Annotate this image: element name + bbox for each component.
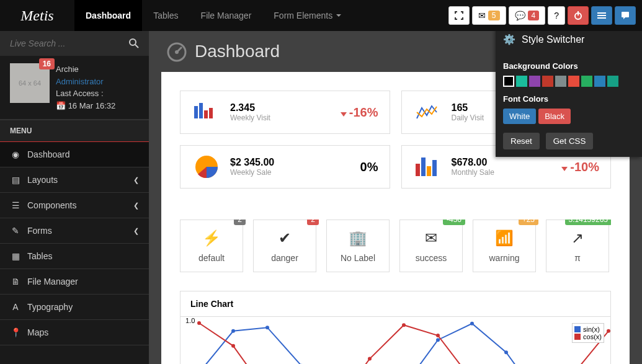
- svg-rect-15: [432, 160, 437, 176]
- check-icon: ✔: [279, 229, 291, 247]
- stat-label: Weekly Visit: [230, 113, 332, 122]
- svg-point-35: [368, 357, 372, 361]
- stat-icon: [413, 100, 443, 125]
- forms-icon: ✎: [10, 226, 21, 236]
- nav-form-elements[interactable]: Form Elements: [262, 0, 352, 31]
- sidebar-item-dashboard[interactable]: ◉Dashboard: [0, 142, 149, 167]
- color-swatch[interactable]: [529, 76, 540, 87]
- components-icon: ☰: [10, 200, 21, 210]
- color-swatch[interactable]: [568, 76, 579, 87]
- svg-point-30: [197, 321, 201, 325]
- sidebar-item-file-manager[interactable]: 🗎File Manager: [0, 269, 149, 295]
- reset-button[interactable]: Reset: [503, 133, 540, 149]
- sidebar-item-typography[interactable]: ATypography: [0, 295, 149, 320]
- svg-rect-8: [199, 103, 203, 118]
- color-swatch[interactable]: [516, 76, 527, 87]
- calendar-icon: 📅: [56, 101, 68, 110]
- sidebar-item-label: Components: [27, 200, 76, 210]
- chevron-left-icon: ❮: [133, 176, 139, 184]
- help-button[interactable]: ?: [548, 6, 565, 25]
- user-name: Archie: [56, 63, 115, 76]
- line-chart: 1.0 sin(x) cos(x): [181, 317, 610, 364]
- tile-π[interactable]: ↗π3.14159265: [546, 220, 609, 272]
- tile-no-label[interactable]: 🏢No Label: [326, 220, 390, 272]
- switcher-title: Style Switcher: [522, 34, 584, 45]
- stat-delta: 0%: [360, 160, 378, 174]
- tile-label: warning: [489, 253, 519, 263]
- stat-delta: -16%: [341, 105, 378, 120]
- sidebar-item-maps[interactable]: 📍Maps: [0, 320, 149, 345]
- stat-icon: [192, 100, 221, 125]
- svg-point-6: [175, 50, 179, 54]
- menu-header: MENU: [0, 120, 149, 142]
- typo-icon: A: [10, 302, 21, 312]
- color-swatch[interactable]: [542, 76, 553, 87]
- sidebar-item-tables[interactable]: ▦Tables: [0, 244, 149, 269]
- search-icon[interactable]: [129, 38, 139, 48]
- sidebar-item-layouts[interactable]: ▤Layouts❮: [0, 167, 149, 193]
- gear-icon[interactable]: ⚙️: [503, 33, 515, 45]
- color-swatch[interactable]: [555, 76, 566, 87]
- mail-button[interactable]: ✉5: [472, 6, 506, 25]
- color-swatch[interactable]: [607, 76, 618, 87]
- search-input[interactable]: [10, 38, 129, 48]
- sidebar-item-label: Typography: [27, 302, 73, 312]
- stat-label: Weekly Sale: [230, 168, 352, 177]
- tile-label: success: [416, 253, 447, 263]
- sidebar-item-label: Dashboard: [27, 149, 70, 159]
- tables-icon: ▦: [10, 251, 21, 261]
- tile-badge: 2: [234, 220, 246, 225]
- svg-point-18: [231, 329, 235, 333]
- list-button[interactable]: [591, 6, 612, 25]
- mail-badge: 5: [488, 11, 500, 20]
- sidebar-item-components[interactable]: ☰Components❮: [0, 193, 149, 218]
- svg-point-26: [504, 350, 508, 354]
- ext-icon: ↗: [571, 229, 584, 247]
- color-swatch[interactable]: [594, 76, 605, 87]
- tile-warning[interactable]: 📶warning+25: [473, 220, 536, 272]
- svg-rect-10: [209, 108, 213, 118]
- svg-point-19: [265, 326, 269, 329]
- chat-button[interactable]: 💬4: [509, 6, 546, 25]
- dashboard-icon: ◉: [10, 149, 21, 159]
- sidebar-item-forms[interactable]: ✎Forms❮: [0, 218, 149, 244]
- nav-dashboard[interactable]: Dashboard: [74, 0, 142, 31]
- nav-file-manager[interactable]: File Manager: [190, 0, 263, 31]
- chart-legend: sin(x) cos(x): [572, 323, 604, 343]
- chart-title: Line Chart: [181, 291, 610, 317]
- stat-value: 2.345: [230, 102, 332, 113]
- sidebar-item-label: Tables: [27, 251, 52, 261]
- svg-rect-9: [204, 110, 208, 118]
- font-colors-label: Font Colors: [503, 94, 635, 104]
- power-button[interactable]: [568, 6, 589, 25]
- font-black-button[interactable]: Black: [538, 109, 571, 124]
- color-swatch[interactable]: [503, 76, 514, 87]
- comment-button[interactable]: [615, 6, 636, 25]
- nav-tables[interactable]: Tables: [142, 0, 189, 31]
- fullscreen-button[interactable]: [448, 6, 470, 25]
- svg-rect-12: [416, 164, 420, 176]
- svg-rect-1: [577, 11, 579, 16]
- svg-point-3: [130, 39, 136, 45]
- bolt-icon: ⚡: [202, 229, 221, 247]
- chat-icon: 💬: [515, 11, 525, 20]
- chevron-down-icon: [336, 14, 341, 17]
- svg-text:1.0: 1.0: [185, 317, 195, 324]
- tile-label: default: [198, 253, 225, 263]
- last-access-label: Last Access :: [56, 87, 115, 100]
- tile-badge: 3.14159265: [565, 220, 611, 225]
- brand-logo[interactable]: Metis: [0, 0, 74, 31]
- user-role[interactable]: Administrator: [56, 76, 115, 88]
- svg-point-24: [436, 338, 440, 342]
- tile-default[interactable]: ⚡default2: [180, 220, 243, 272]
- tile-danger[interactable]: ✔danger2: [253, 220, 316, 272]
- svg-point-37: [436, 334, 440, 337]
- color-swatch[interactable]: [581, 76, 592, 87]
- tile-badge: +25: [519, 220, 538, 225]
- tile-badge: 2: [307, 220, 319, 225]
- style-switcher: ⚙️ Style Switcher Background Colors Font…: [496, 31, 642, 157]
- avatar-badge: 16: [39, 58, 55, 69]
- font-white-button[interactable]: White: [503, 109, 536, 124]
- getcss-button[interactable]: Get CSS: [546, 133, 594, 149]
- tile-success[interactable]: ✉success-456: [399, 220, 463, 272]
